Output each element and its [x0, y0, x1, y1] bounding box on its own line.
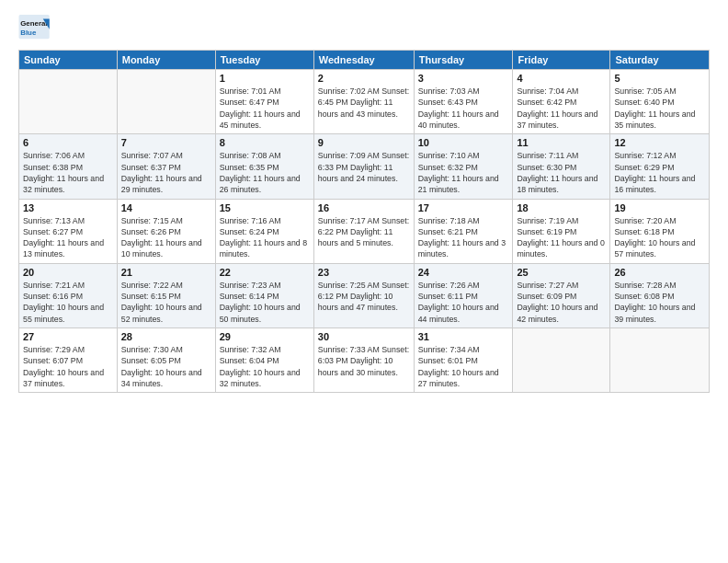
day-number: 17: [418, 202, 509, 213]
day-info: Sunrise: 7:16 AM Sunset: 6:24 PM Dayligh…: [220, 215, 310, 260]
table-row: 16Sunrise: 7:17 AM Sunset: 6:22 PM Dayli…: [313, 199, 414, 263]
day-number: 8: [220, 137, 310, 148]
day-info: Sunrise: 7:17 AM Sunset: 6:22 PM Dayligh…: [318, 215, 410, 249]
table-row: 30Sunrise: 7:33 AM Sunset: 6:03 PM Dayli…: [313, 328, 414, 393]
page: General Blue Sunday Monday Tuesday Wedne…: [0, 0, 728, 563]
day-number: 19: [614, 202, 705, 213]
table-row: 12Sunrise: 7:12 AM Sunset: 6:29 PM Dayli…: [610, 134, 710, 199]
svg-text:Blue: Blue: [20, 29, 37, 37]
table-row: 8Sunrise: 7:08 AM Sunset: 6:35 PM Daylig…: [215, 134, 313, 199]
col-thursday: Thursday: [414, 51, 513, 70]
day-info: Sunrise: 7:27 AM Sunset: 6:09 PM Dayligh…: [517, 280, 606, 325]
table-row: [117, 70, 215, 134]
table-row: 18Sunrise: 7:19 AM Sunset: 6:19 PM Dayli…: [513, 199, 610, 263]
table-row: 31Sunrise: 7:34 AM Sunset: 6:01 PM Dayli…: [414, 328, 513, 393]
day-info: Sunrise: 7:23 AM Sunset: 6:14 PM Dayligh…: [220, 280, 310, 325]
table-row: 22Sunrise: 7:23 AM Sunset: 6:14 PM Dayli…: [215, 263, 313, 327]
calendar-week-row: 1Sunrise: 7:01 AM Sunset: 6:47 PM Daylig…: [19, 70, 710, 134]
day-number: 4: [517, 73, 606, 84]
table-row: 14Sunrise: 7:15 AM Sunset: 6:26 PM Dayli…: [117, 199, 215, 263]
day-number: 14: [121, 202, 211, 213]
table-row: 29Sunrise: 7:32 AM Sunset: 6:04 PM Dayli…: [215, 328, 313, 393]
day-number: 23: [318, 267, 410, 278]
day-number: 11: [517, 137, 606, 148]
logo: General Blue: [18, 15, 57, 40]
day-number: 21: [121, 267, 211, 278]
day-info: Sunrise: 7:21 AM Sunset: 6:16 PM Dayligh…: [23, 280, 113, 325]
day-info: Sunrise: 7:10 AM Sunset: 6:32 PM Dayligh…: [418, 150, 509, 195]
day-info: Sunrise: 7:20 AM Sunset: 6:18 PM Dayligh…: [614, 215, 705, 260]
table-row: 9Sunrise: 7:09 AM Sunset: 6:33 PM Daylig…: [313, 134, 414, 199]
table-row: 4Sunrise: 7:04 AM Sunset: 6:42 PM Daylig…: [513, 70, 610, 134]
day-number: 20: [23, 267, 113, 278]
day-info: Sunrise: 7:03 AM Sunset: 6:43 PM Dayligh…: [418, 86, 509, 131]
table-row: 23Sunrise: 7:25 AM Sunset: 6:12 PM Dayli…: [313, 263, 414, 327]
day-info: Sunrise: 7:34 AM Sunset: 6:01 PM Dayligh…: [418, 344, 509, 389]
col-saturday: Saturday: [610, 51, 710, 70]
table-row: 27Sunrise: 7:29 AM Sunset: 6:07 PM Dayli…: [19, 328, 118, 393]
table-row: 10Sunrise: 7:10 AM Sunset: 6:32 PM Dayli…: [414, 134, 513, 199]
day-info: Sunrise: 7:11 AM Sunset: 6:30 PM Dayligh…: [517, 150, 606, 195]
day-info: Sunrise: 7:30 AM Sunset: 6:05 PM Dayligh…: [121, 344, 211, 389]
day-number: 16: [318, 202, 410, 213]
day-number: 30: [318, 331, 410, 342]
day-info: Sunrise: 7:33 AM Sunset: 6:03 PM Dayligh…: [318, 344, 410, 378]
table-row: 26Sunrise: 7:28 AM Sunset: 6:08 PM Dayli…: [610, 263, 710, 327]
table-row: 21Sunrise: 7:22 AM Sunset: 6:15 PM Dayli…: [117, 263, 215, 327]
day-info: Sunrise: 7:22 AM Sunset: 6:15 PM Dayligh…: [121, 280, 211, 325]
header: General Blue: [18, 15, 710, 40]
day-info: Sunrise: 7:26 AM Sunset: 6:11 PM Dayligh…: [418, 280, 509, 325]
col-tuesday: Tuesday: [215, 51, 313, 70]
table-row: 1Sunrise: 7:01 AM Sunset: 6:47 PM Daylig…: [215, 70, 313, 134]
day-number: 28: [121, 331, 211, 342]
table-row: [610, 328, 710, 393]
day-info: Sunrise: 7:32 AM Sunset: 6:04 PM Dayligh…: [220, 344, 310, 389]
day-info: Sunrise: 7:02 AM Sunset: 6:45 PM Dayligh…: [318, 86, 410, 120]
day-number: 25: [517, 267, 606, 278]
col-wednesday: Wednesday: [313, 51, 414, 70]
calendar-week-row: 6Sunrise: 7:06 AM Sunset: 6:38 PM Daylig…: [19, 134, 710, 199]
col-friday: Friday: [513, 51, 610, 70]
day-info: Sunrise: 7:12 AM Sunset: 6:29 PM Dayligh…: [614, 150, 705, 195]
day-info: Sunrise: 7:25 AM Sunset: 6:12 PM Dayligh…: [318, 280, 410, 314]
day-number: 1: [220, 73, 310, 84]
day-number: 6: [23, 137, 113, 148]
day-number: 7: [121, 137, 211, 148]
table-row: 20Sunrise: 7:21 AM Sunset: 6:16 PM Dayli…: [19, 263, 118, 327]
logo-icon: General Blue: [18, 15, 51, 40]
day-info: Sunrise: 7:08 AM Sunset: 6:35 PM Dayligh…: [220, 150, 310, 195]
calendar-header-row: Sunday Monday Tuesday Wednesday Thursday…: [19, 51, 710, 70]
table-row: 13Sunrise: 7:13 AM Sunset: 6:27 PM Dayli…: [19, 199, 118, 263]
calendar: Sunday Monday Tuesday Wednesday Thursday…: [18, 50, 710, 393]
day-number: 5: [614, 73, 705, 84]
day-info: Sunrise: 7:07 AM Sunset: 6:37 PM Dayligh…: [121, 150, 211, 195]
day-info: Sunrise: 7:01 AM Sunset: 6:47 PM Dayligh…: [220, 86, 310, 131]
day-info: Sunrise: 7:04 AM Sunset: 6:42 PM Dayligh…: [517, 86, 606, 131]
day-info: Sunrise: 7:13 AM Sunset: 6:27 PM Dayligh…: [23, 215, 113, 260]
day-number: 12: [614, 137, 705, 148]
day-number: 22: [220, 267, 310, 278]
table-row: 7Sunrise: 7:07 AM Sunset: 6:37 PM Daylig…: [117, 134, 215, 199]
day-info: Sunrise: 7:18 AM Sunset: 6:21 PM Dayligh…: [418, 215, 509, 260]
calendar-week-row: 27Sunrise: 7:29 AM Sunset: 6:07 PM Dayli…: [19, 328, 710, 393]
day-number: 27: [23, 331, 113, 342]
day-number: 3: [418, 73, 509, 84]
table-row: 28Sunrise: 7:30 AM Sunset: 6:05 PM Dayli…: [117, 328, 215, 393]
table-row: [513, 328, 610, 393]
day-info: Sunrise: 7:09 AM Sunset: 6:33 PM Dayligh…: [318, 150, 410, 184]
table-row: 25Sunrise: 7:27 AM Sunset: 6:09 PM Dayli…: [513, 263, 610, 327]
table-row: 5Sunrise: 7:05 AM Sunset: 6:40 PM Daylig…: [610, 70, 710, 134]
day-number: 24: [418, 267, 509, 278]
day-number: 18: [517, 202, 606, 213]
day-number: 29: [220, 331, 310, 342]
day-number: 10: [418, 137, 509, 148]
calendar-week-row: 13Sunrise: 7:13 AM Sunset: 6:27 PM Dayli…: [19, 199, 710, 263]
day-info: Sunrise: 7:06 AM Sunset: 6:38 PM Dayligh…: [23, 150, 113, 195]
calendar-week-row: 20Sunrise: 7:21 AM Sunset: 6:16 PM Dayli…: [19, 263, 710, 327]
day-number: 15: [220, 202, 310, 213]
table-row: 19Sunrise: 7:20 AM Sunset: 6:18 PM Dayli…: [610, 199, 710, 263]
day-info: Sunrise: 7:15 AM Sunset: 6:26 PM Dayligh…: [121, 215, 211, 260]
day-info: Sunrise: 7:29 AM Sunset: 6:07 PM Dayligh…: [23, 344, 113, 389]
table-row: 6Sunrise: 7:06 AM Sunset: 6:38 PM Daylig…: [19, 134, 118, 199]
day-number: 13: [23, 202, 113, 213]
